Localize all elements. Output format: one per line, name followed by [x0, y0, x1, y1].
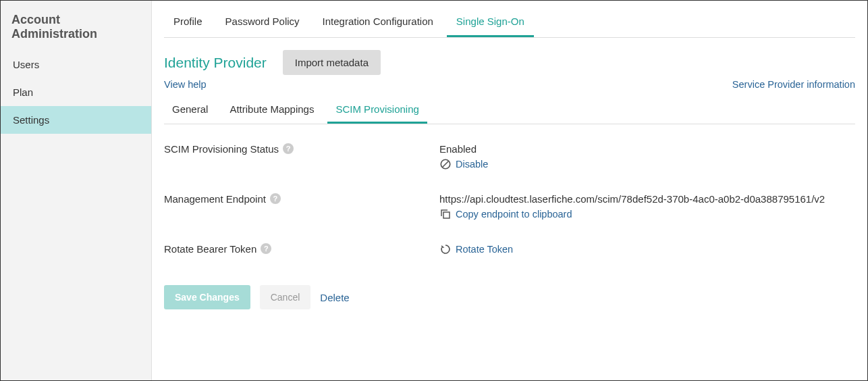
- label-rotate-token-text: Rotate Bearer Token: [164, 243, 256, 255]
- save-button[interactable]: Save Changes: [164, 285, 250, 309]
- disable-link-text: Disable: [456, 159, 488, 170]
- label-rotate-token: Rotate Bearer Token ?: [164, 243, 439, 255]
- rotate-token-text: Rotate Token: [456, 244, 513, 255]
- header-links: View help Service Provider information: [164, 79, 855, 90]
- service-provider-info-link[interactable]: Service Provider information: [732, 79, 855, 90]
- copy-endpoint-link[interactable]: Copy endpoint to clipboard: [439, 208, 855, 220]
- endpoint-value-text: https://api.cloudtest.laserfiche.com/sci…: [439, 193, 855, 205]
- label-scim-status-text: SCIM Provisioning Status: [164, 143, 279, 155]
- svg-line-1: [443, 161, 449, 168]
- disable-link[interactable]: Disable: [439, 158, 855, 170]
- rotate-icon: [439, 243, 452, 255]
- svg-rect-2: [443, 212, 450, 218]
- section-title: Identity Provider: [164, 55, 267, 71]
- sub-tabs: General Attribute Mappings SCIM Provisio…: [164, 97, 855, 124]
- row-scim-status: SCIM Provisioning Status ? Enabled Disab…: [164, 143, 855, 170]
- tab-integration-config[interactable]: Integration Configuration: [313, 7, 443, 37]
- copy-endpoint-text: Copy endpoint to clipboard: [456, 209, 572, 220]
- footer-actions: Save Changes Cancel Delete: [164, 285, 855, 309]
- sidebar-item-settings[interactable]: Settings: [1, 106, 151, 134]
- sidebar: Account Administration Users Plan Settin…: [1, 1, 152, 380]
- app-container: Account Administration Users Plan Settin…: [0, 0, 868, 381]
- help-icon[interactable]: ?: [261, 243, 271, 254]
- label-endpoint: Management Endpoint ?: [164, 193, 439, 220]
- rotate-token-link[interactable]: Rotate Token: [439, 243, 855, 255]
- tab-single-sign-on[interactable]: Single Sign-On: [447, 7, 534, 37]
- status-value-text: Enabled: [439, 143, 855, 155]
- tab-password-policy[interactable]: Password Policy: [216, 7, 309, 37]
- import-metadata-button[interactable]: Import metadata: [283, 50, 381, 75]
- section-header: Identity Provider Import metadata: [164, 50, 855, 75]
- label-endpoint-text: Management Endpoint: [164, 193, 266, 205]
- disable-icon: [439, 158, 452, 170]
- cancel-button[interactable]: Cancel: [260, 285, 311, 309]
- row-rotate-token: Rotate Bearer Token ? Rotate Token: [164, 243, 855, 255]
- main-content: Profile Password Policy Integration Conf…: [152, 1, 867, 380]
- view-help-link[interactable]: View help: [164, 79, 207, 90]
- delete-link[interactable]: Delete: [320, 292, 349, 303]
- value-scim-status: Enabled Disable: [439, 143, 855, 170]
- sidebar-item-users[interactable]: Users: [1, 51, 151, 78]
- copy-icon: [439, 208, 452, 220]
- label-scim-status: SCIM Provisioning Status ?: [164, 143, 439, 170]
- value-endpoint: https://api.cloudtest.laserfiche.com/sci…: [439, 193, 855, 220]
- tab-profile[interactable]: Profile: [164, 7, 212, 37]
- top-tabs: Profile Password Policy Integration Conf…: [164, 7, 855, 38]
- subtab-general[interactable]: General: [164, 97, 216, 124]
- help-icon[interactable]: ?: [270, 193, 281, 204]
- help-icon[interactable]: ?: [283, 143, 294, 154]
- row-endpoint: Management Endpoint ? https://api.cloudt…: [164, 193, 855, 220]
- subtab-scim-provisioning[interactable]: SCIM Provisioning: [327, 97, 427, 124]
- value-rotate-token: Rotate Token: [439, 243, 855, 255]
- sidebar-item-plan[interactable]: Plan: [1, 78, 151, 106]
- sidebar-title: Account Administration: [1, 1, 151, 51]
- subtab-attribute-mappings[interactable]: Attribute Mappings: [221, 97, 322, 124]
